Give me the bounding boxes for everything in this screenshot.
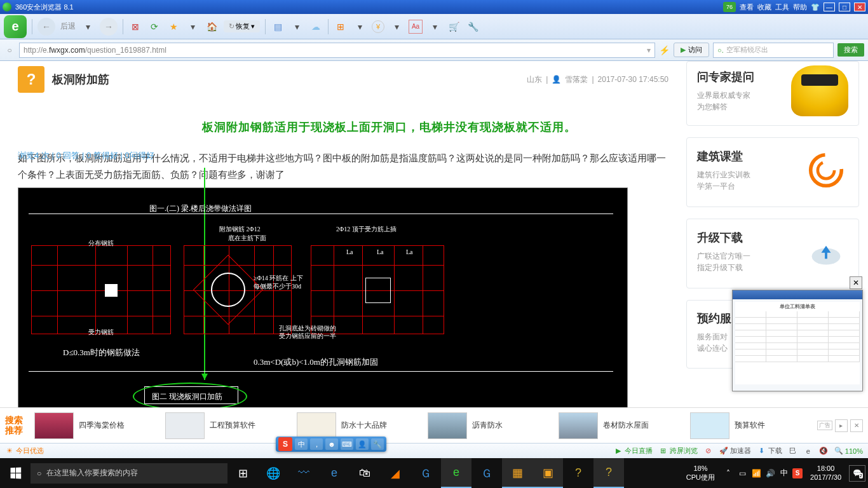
tb-help-icon[interactable]: ? bbox=[563, 458, 593, 488]
go-button[interactable]: ▶访问 bbox=[674, 43, 709, 57]
tray-battery-icon[interactable]: ▭ bbox=[736, 468, 748, 479]
card-upgrade[interactable]: 升级下载 广联达官方唯一 指定升级下载 bbox=[686, 219, 859, 288]
ad-next-button[interactable]: ▸ bbox=[835, 419, 848, 432]
sb-zoom[interactable]: 🔍110% bbox=[834, 447, 863, 456]
ime-toolbar[interactable]: S 中 ， ☻ ⌨ 👤 🔧 bbox=[276, 437, 386, 452]
tb-app-7[interactable]: ▣ bbox=[532, 458, 563, 488]
dropdown-3-icon[interactable]: ▾ bbox=[390, 20, 403, 34]
sb-block-icon[interactable]: ⊘ bbox=[704, 447, 713, 456]
sb-p-icon[interactable]: 巳 bbox=[789, 447, 797, 456]
tb-app-4[interactable]: Ｇ bbox=[410, 458, 441, 488]
coin-icon[interactable]: ¥ bbox=[372, 20, 384, 33]
shield-badge[interactable]: 76 bbox=[723, 2, 736, 12]
site-info-icon[interactable]: ○ bbox=[4, 44, 15, 56]
sb-download[interactable]: ⬇下载 bbox=[757, 446, 782, 456]
task-view-icon[interactable]: ⊞ bbox=[227, 458, 258, 488]
sb-cross[interactable]: ⊞跨屏浏览 bbox=[659, 446, 698, 456]
menu-help[interactable]: 帮助 bbox=[793, 3, 807, 12]
popup-close-button[interactable]: ✕ bbox=[850, 276, 862, 289]
ime-emoji-icon[interactable]: ☻ bbox=[325, 438, 338, 450]
card-course[interactable]: 建筑课堂 建筑行业实训教 学第一平台 bbox=[686, 137, 859, 207]
tray-clock[interactable]: 18:00 2017/7/30 bbox=[805, 464, 846, 481]
forward-button[interactable]: → bbox=[100, 18, 118, 36]
ime-zhong[interactable]: 中 bbox=[295, 438, 308, 450]
ad-close-button[interactable]: ✕ bbox=[850, 419, 863, 432]
window-titlebar: 360安全浏览器 8.1 76 查看 收藏 工具 帮助 👕 — □ ✕ bbox=[0, 0, 868, 14]
tray-volume-icon[interactable]: 🔊 bbox=[764, 468, 776, 479]
tb-app-3[interactable]: ◢ bbox=[380, 458, 410, 488]
tb-app-5[interactable]: Ｇ bbox=[471, 458, 502, 488]
sb-live[interactable]: ▶今日直播 bbox=[614, 446, 653, 456]
cart-icon[interactable]: 🛒 bbox=[447, 20, 461, 34]
tshirt-icon[interactable]: 👕 bbox=[811, 3, 820, 11]
notes-icon[interactable]: ▤ bbox=[271, 20, 285, 34]
tb-store-icon[interactable]: 🛍 bbox=[349, 458, 380, 488]
aa-icon[interactable]: Aa bbox=[409, 20, 423, 34]
cpu-meter[interactable]: 18% CPU使用 bbox=[681, 464, 720, 481]
svg-point-1 bbox=[818, 162, 834, 179]
sb-mute-icon[interactable]: 🔇 bbox=[819, 447, 828, 456]
ad-item-4[interactable]: 沥青防水 bbox=[424, 412, 552, 439]
ad-item-1[interactable]: 四季海棠价格 bbox=[31, 412, 159, 439]
ad-item-2[interactable]: 工程预算软件 bbox=[161, 412, 290, 439]
timestamp: 2017-07-30 17:45:50 bbox=[598, 75, 668, 84]
maximize-button[interactable]: □ bbox=[839, 3, 850, 11]
home-icon[interactable]: 🏠 bbox=[205, 20, 219, 34]
apps-icon[interactable]: ⊞ bbox=[334, 20, 348, 34]
tb-360browser-icon[interactable]: e bbox=[441, 458, 471, 488]
notification-center-icon[interactable]: 💬2 bbox=[849, 465, 865, 482]
lightning-icon[interactable]: ⚡ bbox=[659, 45, 670, 55]
tb-app-6[interactable]: ▦ bbox=[502, 458, 532, 488]
tray-sogou-icon[interactable]: S bbox=[792, 468, 803, 478]
tray-ime-icon[interactable]: 中 bbox=[778, 468, 790, 479]
url-input[interactable]: http://e.fwxgx.com/question_1619887.html… bbox=[19, 43, 655, 58]
dropdown-2-icon[interactable]: ▾ bbox=[353, 20, 367, 34]
fav-dropdown-icon[interactable]: ▾ bbox=[186, 20, 200, 34]
tb-app-1[interactable]: 🌐 bbox=[258, 458, 288, 488]
restore-button[interactable]: ↻恢复▾ bbox=[224, 20, 260, 32]
back-button[interactable]: ← bbox=[37, 18, 55, 36]
tray-wifi-icon[interactable]: 📶 bbox=[750, 468, 762, 479]
stop-icon[interactable]: ⊠ bbox=[128, 20, 142, 34]
dropdown-1-icon[interactable]: ▾ bbox=[290, 20, 304, 34]
ad-item-6[interactable]: 预算软件 bbox=[686, 412, 815, 439]
star-icon[interactable]: ★ bbox=[166, 20, 180, 34]
recommendation-strip: 搜索推荐 四季海棠价格 工程预算软件 防水十大品牌 沥青防水 卷材防水屋面 预算… bbox=[0, 407, 868, 443]
back-dropdown-icon[interactable]: ▾ bbox=[81, 20, 95, 34]
minimize-button[interactable]: — bbox=[824, 3, 835, 11]
question-stats[interactable]: 浏览4 次 | 0 回答 | 0 答得好 | 0问得好 bbox=[18, 150, 154, 161]
card-ask-expert[interactable]: 问专家提问 业界最权威专家 为您解答 bbox=[686, 61, 859, 126]
sogou-logo-icon[interactable]: S bbox=[278, 437, 292, 451]
ad-item-5[interactable]: 卷材防水屋面 bbox=[555, 412, 683, 439]
ime-keyboard-icon[interactable]: ⌨ bbox=[341, 438, 353, 450]
close-button[interactable]: ✕ bbox=[854, 3, 865, 11]
url-dropdown-icon[interactable]: ▾ bbox=[647, 46, 651, 55]
dropdown-4-icon[interactable]: ▾ bbox=[428, 20, 442, 34]
tb-app-2[interactable]: 〰 bbox=[288, 458, 319, 488]
refresh-icon[interactable]: ⟳ bbox=[147, 20, 161, 34]
browser-big-logo-icon[interactable]: e bbox=[4, 15, 27, 38]
ime-punct-icon[interactable]: ， bbox=[310, 438, 323, 450]
browser-statusbar: ☀今日优选 ▶今日直播 ⊞跨屏浏览 ⊘ 🚀加速器 ⬇下载 巳 e 🔇 🔍110% bbox=[0, 443, 868, 458]
tray-up-icon[interactable]: ˄ bbox=[722, 468, 734, 479]
start-button[interactable] bbox=[0, 458, 31, 488]
taskbar-search[interactable]: ○ 在这里输入你要搜索的内容 bbox=[31, 463, 227, 484]
wrench-icon[interactable]: 🔧 bbox=[466, 20, 480, 34]
search-button[interactable]: 搜索 bbox=[837, 43, 864, 57]
popup-preview[interactable]: ✕ 单位工料清单表 bbox=[732, 290, 863, 391]
menu-favorites[interactable]: 收藏 bbox=[757, 3, 771, 12]
tb-edge-icon[interactable]: e bbox=[319, 458, 349, 488]
sb-today[interactable]: ☀今日优选 bbox=[5, 446, 44, 456]
system-tray: 18% CPU使用 ˄ ▭ 📶 🔊 中 S 18:00 2017/7/30 💬2 bbox=[681, 464, 868, 481]
ime-user-icon[interactable]: 👤 bbox=[356, 438, 369, 450]
tb-app-8[interactable]: ? bbox=[593, 458, 624, 488]
search-input[interactable]: ○. 空军精锐尽出 bbox=[713, 43, 834, 58]
sb-accel[interactable]: 🚀加速器 bbox=[719, 446, 751, 456]
menu-view[interactable]: 查看 bbox=[740, 3, 754, 12]
ad-item-3[interactable]: 防水十大品牌 bbox=[293, 412, 421, 439]
sb-e-icon[interactable]: e bbox=[804, 447, 813, 456]
ime-settings-icon[interactable]: 🔧 bbox=[371, 438, 384, 450]
cloud-icon[interactable]: ☁ bbox=[309, 20, 323, 34]
search-engine-icon: ○. bbox=[717, 46, 724, 54]
menu-tools[interactable]: 工具 bbox=[775, 3, 789, 12]
